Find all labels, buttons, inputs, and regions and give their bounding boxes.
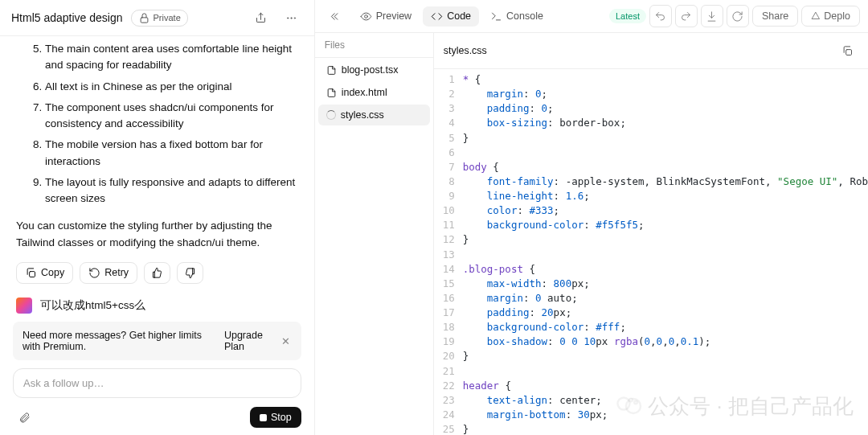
deploy-icon [811, 11, 821, 21]
tab-console[interactable]: Console [482, 6, 551, 27]
undo-icon [654, 10, 666, 23]
code-line: 6 [434, 146, 868, 160]
close-icon[interactable]: ✕ [280, 335, 292, 347]
more-icon[interactable] [280, 6, 303, 29]
tab-code[interactable]: Code [423, 6, 479, 27]
code-line: 2 margin: 0; [434, 87, 868, 101]
copy-icon [25, 267, 37, 279]
file-item[interactable]: blog-post.tsx [318, 60, 430, 80]
code-line: 23 text-align: center; [434, 393, 868, 408]
code-line: 18 background-color: #fff; [434, 320, 868, 334]
list-item: All text is in Chinese as per the origin… [45, 79, 298, 95]
right-header: Preview Code Console Latest Share Deplo [315, 0, 868, 33]
list-item: The layout is fully responsive and adapt… [45, 174, 298, 207]
thumbs-down-button[interactable] [177, 262, 203, 284]
code-line: 14.blog-post { [434, 262, 868, 277]
svg-rect-0 [141, 17, 148, 22]
premium-banner: Need more messages? Get higher limits wi… [13, 322, 301, 360]
copy-button[interactable]: Copy [16, 262, 73, 284]
download-button[interactable] [701, 5, 723, 27]
code-line: 9 line-height: 1.6; [434, 189, 868, 203]
file-item[interactable]: index.html [318, 82, 430, 103]
code-line: 4 box-sizing: border-box; [434, 116, 868, 130]
code-line: 3 padding: 0; [434, 101, 868, 116]
input-placeholder: Ask a follow up… [23, 377, 291, 389]
lock-icon [138, 12, 150, 24]
code-header: styles.css [434, 33, 868, 69]
retry-button[interactable]: Retry [80, 262, 137, 284]
svg-point-5 [364, 14, 367, 18]
feature-list: The main content area uses comfortable l… [16, 41, 298, 207]
svg-point-2 [291, 17, 292, 18]
attach-icon[interactable] [13, 406, 35, 429]
undo-button[interactable] [649, 5, 672, 27]
code-line: 25} [434, 422, 868, 435]
stop-button[interactable]: Stop [250, 407, 301, 428]
code-line: 8 font-family: -apple-system, BlinkMacSy… [434, 174, 868, 189]
svg-rect-4 [30, 271, 35, 277]
code-icon [431, 10, 443, 23]
message-actions: Copy Retry [16, 262, 298, 284]
code-line: 11 background-color: #f5f5f5; [434, 218, 868, 232]
privacy-badge[interactable]: Private [131, 10, 188, 27]
upgrade-link[interactable]: Upgrade Plan [224, 330, 273, 352]
latest-badge: Latest [609, 9, 646, 23]
code-line: 10 color: #333; [434, 203, 868, 218]
list-item: The main content area uses comfortable l… [45, 41, 298, 74]
svg-point-1 [288, 17, 289, 18]
file-icon [326, 65, 337, 76]
file-icon [326, 88, 337, 98]
deploy-button[interactable]: Deplo [801, 6, 860, 27]
code-line: 21 [434, 364, 868, 379]
code-line: 12} [434, 232, 868, 247]
code-line: 17 padding: 20px; [434, 306, 868, 320]
retry-icon [88, 267, 100, 279]
redo-icon [680, 10, 692, 23]
file-tree: Files blog-post.tsxindex.htmlstyles.css [315, 33, 434, 435]
download-icon [706, 10, 718, 23]
stop-icon [260, 414, 267, 421]
list-item: The component uses shadcn/ui components … [45, 100, 298, 133]
followup-input[interactable]: Ask a follow up… [13, 368, 301, 398]
code-line: 20} [434, 349, 868, 363]
spinner-icon [326, 110, 336, 120]
tab-preview[interactable]: Preview [352, 6, 420, 27]
code-line: 22header { [434, 379, 868, 393]
code-line: 15 max-width: 800px; [434, 277, 868, 291]
code-line: 16 margin: 0 auto; [434, 291, 868, 306]
redo-button[interactable] [675, 5, 698, 27]
thumbs-down-icon [184, 267, 196, 279]
terminal-icon [490, 10, 502, 23]
refresh-icon [731, 10, 743, 23]
file-item[interactable]: styles.css [318, 105, 430, 125]
code-line: 1* { [434, 72, 868, 87]
copy-code-icon[interactable] [836, 39, 858, 62]
code-line: 7body { [434, 160, 868, 174]
share-button[interactable]: Share [752, 6, 798, 27]
chat-scroll: The main content area uses comfortable l… [0, 36, 314, 315]
code-editor[interactable]: 1* {2 margin: 0;3 padding: 0;4 box-sizin… [434, 69, 868, 435]
share-icon[interactable] [250, 6, 272, 29]
svg-rect-6 [845, 49, 851, 55]
files-header: Files [315, 33, 433, 58]
user-avatar [16, 298, 32, 314]
eye-icon [360, 10, 372, 23]
left-header: Html5 adaptive design Private [0, 0, 314, 36]
code-line: 5} [434, 131, 868, 146]
code-line: 19 box-shadow: 0 0 10px rgba(0,0,0,0.1); [434, 334, 868, 349]
thumbs-up-icon [151, 267, 163, 279]
user-message: 可以改成html5+css么 [16, 297, 298, 314]
code-line: 13 [434, 248, 868, 262]
refresh-button[interactable] [727, 5, 749, 27]
followup-paragraph: You can customize the styling further by… [16, 218, 298, 251]
project-title: Html5 adaptive design [11, 11, 123, 24]
list-item: The mobile version has a fixed bottom ba… [45, 137, 298, 170]
thumbs-up-button[interactable] [144, 262, 170, 284]
code-line: 24 margin-bottom: 30px; [434, 408, 868, 422]
collapse-icon[interactable] [323, 5, 346, 27]
svg-point-3 [294, 17, 295, 18]
open-filename: styles.css [444, 45, 487, 56]
